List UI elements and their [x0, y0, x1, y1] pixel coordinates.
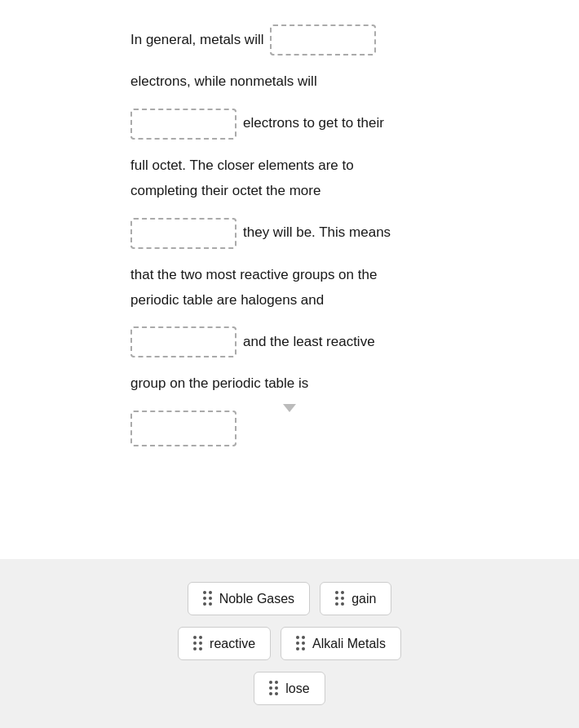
page-container: In general, metals will electrons, while…	[0, 0, 579, 728]
row-10: group on the periodic table is	[130, 372, 449, 396]
text-line-1: In general, metals will	[130, 29, 263, 52]
drop-zone-1[interactable]	[270, 24, 376, 55]
row-3: electrons to get to their	[130, 109, 449, 140]
row-5: completing their octet the more	[130, 180, 449, 203]
text-line-4: full octet. The closer elements are to	[130, 154, 354, 178]
token-noble-gases[interactable]: Noble Gases	[188, 582, 311, 615]
text-line-6: they will be. This means	[243, 221, 391, 245]
drop-zone-5[interactable]	[130, 411, 236, 446]
caret-indicator	[283, 404, 296, 412]
token-label-reactive: reactive	[210, 637, 255, 651]
drop-zone-2[interactable]	[130, 109, 236, 140]
token-row-2: reactive Alkali Metals	[178, 627, 401, 660]
token-alkali-metals[interactable]: Alkali Metals	[281, 627, 401, 660]
drag-icon	[269, 681, 279, 696]
row-4: full octet. The closer elements are to	[130, 154, 449, 178]
row-2: electrons, while nonmetals will	[130, 70, 449, 94]
row-1: In general, metals will	[130, 24, 449, 55]
text-line-8: periodic table are halogens and	[130, 289, 324, 313]
text-line-9: and the least reactive	[243, 331, 375, 354]
text-line-3: electrons to get to their	[243, 112, 384, 135]
token-label-noble-gases: Noble Gases	[219, 592, 295, 606]
token-label-alkali-metals: Alkali Metals	[312, 637, 386, 651]
row-7: that the two most reactive groups on the	[130, 264, 449, 287]
drag-icon	[335, 591, 345, 606]
content-area: In general, metals will electrons, while…	[0, 0, 579, 559]
token-gain[interactable]: gain	[320, 582, 391, 615]
token-row-3: lose	[254, 672, 325, 705]
drop-zone-3[interactable]	[130, 218, 236, 249]
token-reactive[interactable]: reactive	[178, 627, 271, 660]
drag-icon	[193, 636, 203, 651]
drag-icon	[203, 591, 213, 606]
text-line-2: electrons, while nonmetals will	[130, 70, 317, 94]
row-8: periodic table are halogens and	[130, 289, 449, 313]
text-line-10: group on the periodic table is	[130, 372, 308, 396]
text-line-5: completing their octet the more	[130, 180, 320, 203]
token-panel: Noble Gases gain reactive	[0, 559, 579, 728]
text-line-7: that the two most reactive groups on the	[130, 264, 377, 287]
row-6: they will be. This means	[130, 218, 449, 249]
token-row-1: Noble Gases gain	[188, 582, 392, 615]
token-lose[interactable]: lose	[254, 672, 325, 705]
token-label-lose: lose	[285, 681, 309, 696]
drop-zone-4[interactable]	[130, 326, 236, 357]
row-9: and the least reactive	[130, 326, 449, 357]
token-label-gain: gain	[351, 592, 376, 606]
drag-icon	[296, 636, 306, 651]
